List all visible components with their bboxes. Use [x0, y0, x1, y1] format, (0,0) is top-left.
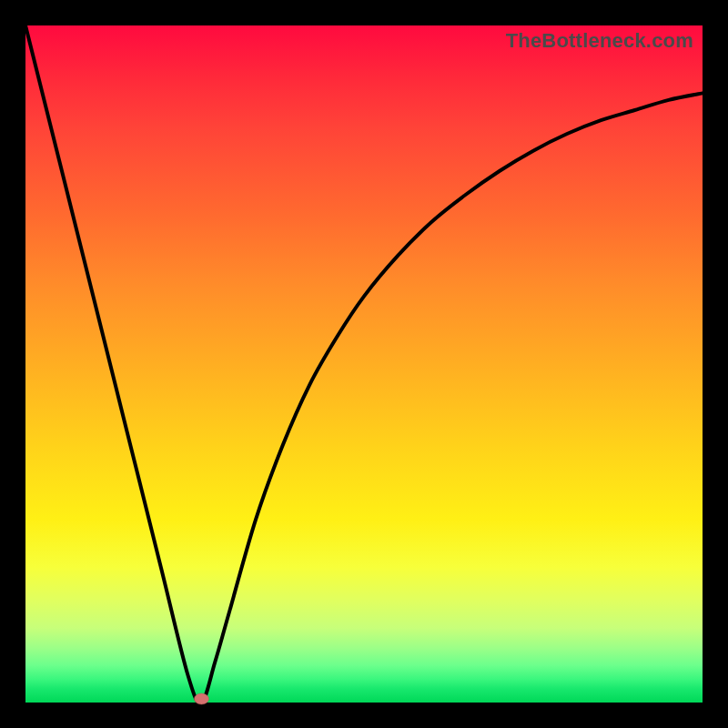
plot-area: TheBottleneck.com: [25, 25, 703, 703]
chart-frame: TheBottleneck.com: [0, 0, 728, 728]
minimum-marker: [194, 693, 208, 704]
curve-path: [25, 25, 703, 703]
bottleneck-curve: [25, 25, 703, 703]
